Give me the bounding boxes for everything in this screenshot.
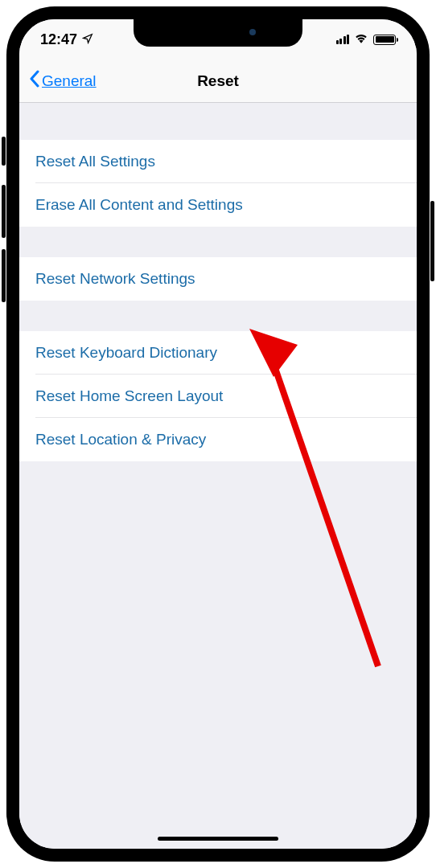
list-item-label: Reset Location & Privacy xyxy=(35,431,206,448)
back-label: General xyxy=(42,72,97,90)
settings-group: Reset Network Settings xyxy=(19,257,417,301)
list-item-label: Reset Keyboard Dictionary xyxy=(35,344,217,362)
reset-home-screen-layout-item[interactable]: Reset Home Screen Layout xyxy=(19,375,417,418)
chevron-left-icon xyxy=(29,70,40,92)
status-left: 12:47 xyxy=(40,31,93,48)
battery-icon xyxy=(373,35,396,45)
reset-network-settings-item[interactable]: Reset Network Settings xyxy=(19,257,417,301)
volume-down-button xyxy=(2,249,6,302)
content-area: Reset All Settings Erase All Content and… xyxy=(19,103,417,849)
silent-switch xyxy=(2,137,6,166)
list-item-label: Reset Home Screen Layout xyxy=(35,387,223,405)
camera-dot xyxy=(249,29,256,35)
navigation-bar: General Reset xyxy=(19,59,417,103)
notch xyxy=(134,19,302,47)
settings-group: Reset Keyboard Dictionary Reset Home Scr… xyxy=(19,331,417,461)
phone-frame: 12:47 xyxy=(6,6,430,862)
reset-all-settings-item[interactable]: Reset All Settings xyxy=(19,140,417,183)
home-indicator[interactable] xyxy=(158,837,278,841)
settings-group: Reset All Settings Erase All Content and… xyxy=(19,140,417,227)
status-right xyxy=(336,32,397,47)
volume-up-button xyxy=(2,185,6,238)
power-button xyxy=(430,201,434,281)
reset-location-privacy-item[interactable]: Reset Location & Privacy xyxy=(19,418,417,461)
screen: 12:47 xyxy=(19,19,417,849)
location-arrow-icon xyxy=(82,31,93,48)
status-time: 12:47 xyxy=(40,31,77,48)
list-item-label: Erase All Content and Settings xyxy=(35,196,243,214)
reset-keyboard-dictionary-item[interactable]: Reset Keyboard Dictionary xyxy=(19,331,417,375)
list-item-label: Reset All Settings xyxy=(35,153,155,170)
wifi-icon xyxy=(354,32,368,47)
erase-all-content-item[interactable]: Erase All Content and Settings xyxy=(19,183,417,227)
back-button[interactable]: General xyxy=(29,70,97,92)
list-item-label: Reset Network Settings xyxy=(35,270,195,288)
page-title: Reset xyxy=(197,72,239,90)
cellular-signal-icon xyxy=(336,35,350,44)
